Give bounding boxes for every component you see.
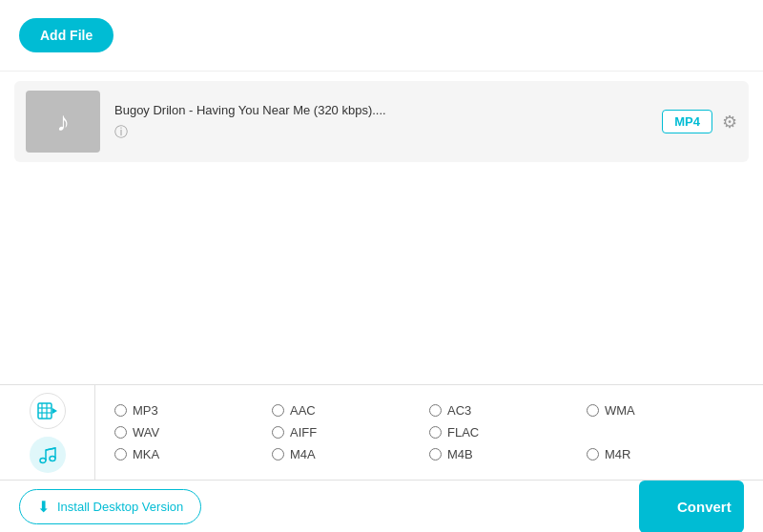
file-list: ♪ Bugoy Drilon - Having You Near Me (320… bbox=[0, 72, 763, 172]
svg-rect-0 bbox=[38, 403, 52, 419]
file-name: Bugoy Drilon - Having You Near Me (320 k… bbox=[114, 103, 648, 117]
svg-marker-5 bbox=[52, 408, 57, 414]
download-icon: ⬇ bbox=[37, 498, 50, 516]
top-bar: Add File bbox=[0, 0, 763, 72]
format-bar: MP3 AAC AC3 WMA WAV AIFF FLAC MKA M4A M4… bbox=[0, 384, 763, 480]
format-mp3[interactable]: MP3 bbox=[114, 403, 272, 418]
format-wma[interactable]: WMA bbox=[587, 403, 744, 418]
svg-line-8 bbox=[46, 448, 55, 450]
format-tabs bbox=[0, 385, 95, 480]
install-label: Install Desktop Version bbox=[57, 500, 183, 514]
format-ac3[interactable]: AC3 bbox=[429, 403, 587, 418]
info-icon[interactable]: ⓘ bbox=[114, 124, 128, 139]
music-note-icon: ♪ bbox=[56, 107, 70, 137]
convert-button[interactable]: Convert bbox=[639, 481, 744, 533]
format-badge[interactable]: MP4 bbox=[662, 110, 712, 133]
action-bar: ⬇ Install Desktop Version Convert bbox=[0, 480, 763, 532]
format-wav[interactable]: WAV bbox=[114, 425, 272, 440]
format-aiff[interactable]: AIFF bbox=[272, 425, 429, 440]
audio-tab-icon[interactable] bbox=[30, 437, 66, 473]
file-item: ♪ Bugoy Drilon - Having You Near Me (320… bbox=[14, 81, 749, 162]
file-actions: MP4 ⚙ bbox=[662, 110, 737, 133]
format-mka[interactable]: MKA bbox=[114, 447, 272, 461]
video-tab-icon[interactable] bbox=[30, 393, 66, 429]
add-file-button[interactable]: Add File bbox=[19, 18, 113, 52]
install-desktop-button[interactable]: ⬇ Install Desktop Version bbox=[19, 489, 201, 524]
format-options: MP3 AAC AC3 WMA WAV AIFF FLAC MKA M4A M4… bbox=[95, 394, 763, 471]
format-m4b[interactable]: M4B bbox=[429, 447, 587, 461]
settings-icon[interactable]: ⚙ bbox=[722, 112, 737, 133]
file-thumbnail: ♪ bbox=[26, 91, 100, 153]
format-m4r[interactable]: M4R bbox=[587, 447, 744, 461]
format-aac[interactable]: AAC bbox=[272, 403, 429, 418]
format-flac[interactable]: FLAC bbox=[429, 425, 587, 440]
svg-point-7 bbox=[50, 456, 55, 460]
file-info: Bugoy Drilon - Having You Near Me (320 k… bbox=[114, 103, 648, 141]
svg-point-6 bbox=[40, 458, 46, 462]
format-m4a[interactable]: M4A bbox=[272, 447, 429, 461]
